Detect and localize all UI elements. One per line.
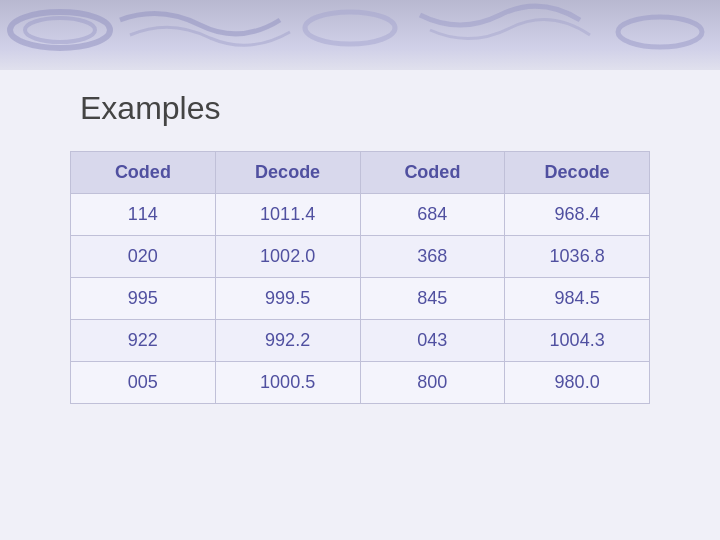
table-cell: 684 <box>360 194 505 236</box>
table-cell: 368 <box>360 236 505 278</box>
svg-point-2 <box>305 12 395 44</box>
table-row: 0201002.03681036.8 <box>71 236 650 278</box>
table-row: 995999.5845984.5 <box>71 278 650 320</box>
table-header-row: Coded Decode Coded Decode <box>71 152 650 194</box>
table-cell: 999.5 <box>215 278 360 320</box>
table-cell: 114 <box>71 194 216 236</box>
background-decoration <box>0 0 720 80</box>
col-header-coded1: Coded <box>71 152 216 194</box>
table-cell: 800 <box>360 362 505 404</box>
table-cell: 1002.0 <box>215 236 360 278</box>
examples-table: Coded Decode Coded Decode 1141011.468496… <box>70 151 650 404</box>
table-cell: 845 <box>360 278 505 320</box>
table-row: 922992.20431004.3 <box>71 320 650 362</box>
table-cell: 020 <box>71 236 216 278</box>
svg-point-1 <box>25 18 95 42</box>
col-header-decode1: Decode <box>215 152 360 194</box>
table-cell: 968.4 <box>505 194 650 236</box>
table-cell: 980.0 <box>505 362 650 404</box>
table-row: 1141011.4684968.4 <box>71 194 650 236</box>
table-cell: 992.2 <box>215 320 360 362</box>
svg-point-3 <box>618 17 702 47</box>
col-header-decode2: Decode <box>505 152 650 194</box>
table-cell: 1011.4 <box>215 194 360 236</box>
table-cell: 984.5 <box>505 278 650 320</box>
table-cell: 1000.5 <box>215 362 360 404</box>
table-cell: 1004.3 <box>505 320 650 362</box>
table-cell: 043 <box>360 320 505 362</box>
page-title: Examples <box>80 90 221 127</box>
page-content: Examples Coded Decode Coded Decode 11410… <box>0 70 720 540</box>
table-row: 0051000.5800980.0 <box>71 362 650 404</box>
table-cell: 005 <box>71 362 216 404</box>
table-cell: 922 <box>71 320 216 362</box>
col-header-coded2: Coded <box>360 152 505 194</box>
table-cell: 1036.8 <box>505 236 650 278</box>
table-cell: 995 <box>71 278 216 320</box>
